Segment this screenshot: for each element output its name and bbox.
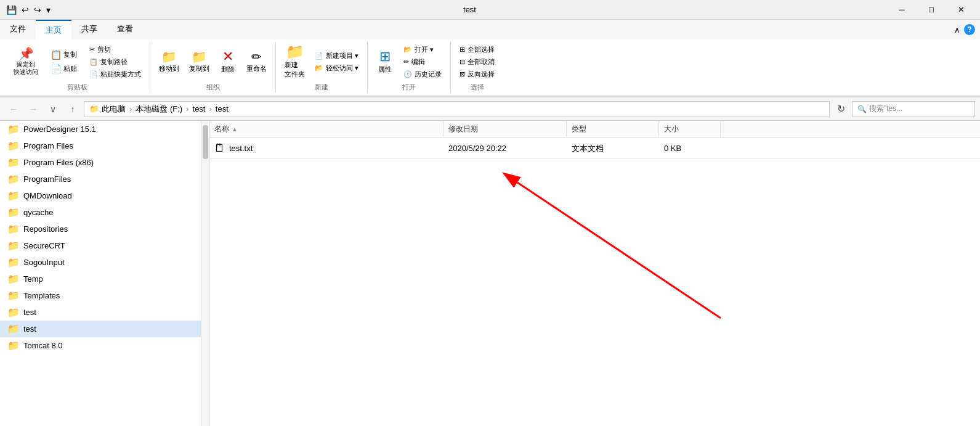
search-box[interactable]: 🔍 搜索"tes... — [852, 101, 975, 117]
sort-arrow: ▲ — [232, 126, 238, 133]
paste-button[interactable]: 📄 粘贴 — [47, 62, 81, 76]
tab-view[interactable]: 查看 — [107, 20, 143, 39]
clipboard-label: 剪贴板 — [67, 81, 87, 93]
open-button[interactable]: 📂打开 ▾ — [400, 44, 445, 55]
sidebar-item-label: ProgramFiles — [23, 174, 71, 184]
breadcrumb-drive[interactable]: 本地磁盘 (F:) — [136, 104, 182, 115]
undo-qat-icon[interactable]: ↩ — [20, 4, 30, 16]
move-to-button[interactable]: 📁 移动到 — [155, 48, 183, 76]
rename-button[interactable]: ✏ 重命名 — [243, 48, 270, 76]
sidebar-item-test-selected[interactable]: 📁 test — [0, 321, 209, 337]
col-name[interactable]: 名称 ▲ — [209, 121, 443, 137]
copy-button[interactable]: 📋 复制 — [47, 48, 81, 62]
sidebar-item-temp[interactable]: 📁 Temp — [0, 271, 209, 287]
minimize-button[interactable]: ─ — [888, 0, 916, 20]
sidebar-item-sogouin[interactable]: 📁 SogouInput — [0, 254, 209, 271]
folder-icon: 📁 — [7, 140, 20, 152]
dropdown-button[interactable]: ∨ — [44, 100, 62, 118]
table-row[interactable]: 🗒 test.txt 2020/5/29 20:22 文本文档 0 KB — [209, 138, 980, 159]
tab-home[interactable]: 主页 — [36, 20, 71, 39]
ribbon-group-clipboard: 📌 固定到快速访问 📋 复制 📄 粘贴 ✂剪切 — [5, 42, 150, 93]
paste-shortcut-button[interactable]: 📄粘贴快捷方式 — [86, 68, 145, 80]
clipboard-buttons: 📌 固定到快速访问 📋 复制 📄 粘贴 ✂剪切 — [10, 42, 145, 81]
sidebar-item-label: Temp — [23, 274, 43, 284]
easy-access-button[interactable]: 📂轻松访问 ▾ — [311, 62, 362, 74]
breadcrumb-pc[interactable]: 此电脑 — [102, 104, 126, 115]
folder-icon: 📁 — [7, 240, 20, 252]
save-qat-icon[interactable]: 💾 — [5, 4, 18, 16]
sidebar-item-qmdownload[interactable]: 📁 QMDownload — [0, 187, 209, 204]
sidebar-item-templates[interactable]: 📁 Templates — [0, 287, 209, 304]
sidebar-item-test-parent[interactable]: 📁 test — [0, 304, 209, 321]
main-area: 📁 PowerDesigner 15.1 📁 Program Files 📁 P… — [0, 121, 980, 426]
sidebar-item-label: qycache — [23, 208, 53, 217]
sidebar-item-label: Templates — [23, 291, 60, 300]
folder-icon: 📁 — [7, 290, 20, 301]
copy-path-button[interactable]: 📋复制路径 — [86, 56, 145, 68]
sidebar-item-label: test — [23, 308, 36, 317]
sidebar-item-repositories[interactable]: 📁 Repositories — [0, 221, 209, 237]
sidebar-item-programfilesx86[interactable]: 📁 Program Files (x86) — [0, 154, 209, 171]
delete-button[interactable]: ✕ 删除 — [216, 47, 240, 76]
new-item-icon: 📄 — [315, 52, 323, 60]
sidebar-scroll-thumb[interactable] — [203, 125, 208, 159]
sidebar-item-qycache[interactable]: 📁 qycache — [0, 204, 209, 221]
help-icon[interactable]: ? — [964, 24, 975, 35]
select-all-icon: ⊞ — [460, 46, 465, 54]
delete-icon: ✕ — [222, 50, 233, 63]
svg-line-1 — [517, 182, 721, 318]
breadcrumb-test1[interactable]: test — [193, 104, 206, 113]
quick-access-toolbar[interactable]: 💾 ↩ ↪ ▾ — [5, 4, 52, 16]
close-button[interactable]: ✕ — [947, 0, 975, 20]
folder-icon: 📁 — [7, 173, 20, 185]
sidebar-item-securecrt[interactable]: 📁 SecureCRT — [0, 237, 209, 254]
pin-quick-access-button[interactable]: 📌 固定到快速访问 — [10, 42, 42, 81]
paste-shortcut-icon: 📄 — [89, 70, 98, 78]
tab-share[interactable]: 共享 — [71, 20, 107, 39]
refresh-button[interactable]: ↻ — [832, 100, 849, 118]
file-icon: 🗒 — [214, 142, 225, 155]
edit-button[interactable]: ✏编辑 — [400, 56, 445, 68]
properties-button[interactable]: ⊞ 属性 — [373, 47, 397, 76]
copy-to-icon: 📁 — [192, 51, 207, 63]
select-buttons: ⊞全部选择 ⊟全部取消 ⊠反向选择 — [456, 42, 498, 81]
sidebar-item-programfiles2[interactable]: 📁 ProgramFiles — [0, 171, 209, 187]
ribbon-group-new: 📁 新建文件夹 📄新建项目 ▾ 📂轻松访问 ▾ 新建 — [276, 42, 368, 93]
address-path[interactable]: 📁 此电脑 › 本地磁盘 (F:) › test › test — [84, 101, 830, 117]
ribbon-content: 📌 固定到快速访问 📋 复制 📄 粘贴 ✂剪切 — [0, 39, 980, 96]
deselect-all-button[interactable]: ⊟全部取消 — [456, 56, 498, 68]
tab-file[interactable]: 文件 — [0, 20, 36, 39]
dropdown-qat-icon[interactable]: ▾ — [45, 4, 52, 16]
forward-button[interactable]: → — [25, 100, 42, 118]
window-controls[interactable]: ─ □ ✕ — [888, 0, 975, 20]
back-button[interactable]: ← — [5, 100, 22, 118]
sidebar-item-label: test — [23, 324, 36, 334]
select-label: 选择 — [471, 81, 484, 93]
sidebar-item-powerdesigner[interactable]: 📁 PowerDesigner 15.1 — [0, 121, 209, 137]
select-all-button[interactable]: ⊞全部选择 — [456, 44, 498, 55]
ribbon-tabs: 文件 主页 共享 查看 ∧ ? — [0, 20, 980, 39]
maximize-button[interactable]: □ — [917, 0, 946, 20]
file-list-header: 名称 ▲ 修改日期 类型 大小 — [209, 121, 980, 138]
breadcrumb-test2[interactable]: test — [216, 104, 229, 113]
col-date[interactable]: 修改日期 — [443, 121, 567, 137]
sidebar-scrollbar[interactable] — [201, 121, 209, 426]
invert-selection-button[interactable]: ⊠反向选择 — [456, 68, 498, 80]
col-type[interactable]: 类型 — [567, 121, 659, 137]
sidebar-item-programfiles[interactable]: 📁 Program Files — [0, 137, 209, 154]
folder-icon: 📁 — [7, 207, 20, 218]
new-folder-button[interactable]: 📁 新建文件夹 — [281, 42, 309, 81]
open-label: 打开 — [402, 81, 416, 93]
new-label: 新建 — [315, 81, 328, 93]
up-button[interactable]: ↑ — [64, 100, 81, 118]
sidebar-item-label: SecureCRT — [23, 241, 65, 250]
col-size[interactable]: 大小 — [659, 121, 721, 137]
history-button[interactable]: 🕐历史记录 — [400, 68, 445, 80]
cut-button[interactable]: ✂剪切 — [86, 44, 145, 55]
copy-to-button[interactable]: 📁 复制到 — [185, 48, 213, 76]
edit-icon: ✏ — [403, 58, 409, 66]
redo-qat-icon[interactable]: ↪ — [33, 4, 43, 16]
help-collapse-icon[interactable]: ∧ — [954, 25, 960, 35]
sidebar-item-tomcat[interactable]: 📁 Tomcat 8.0 — [0, 337, 209, 354]
new-item-button[interactable]: 📄新建项目 ▾ — [311, 50, 362, 62]
